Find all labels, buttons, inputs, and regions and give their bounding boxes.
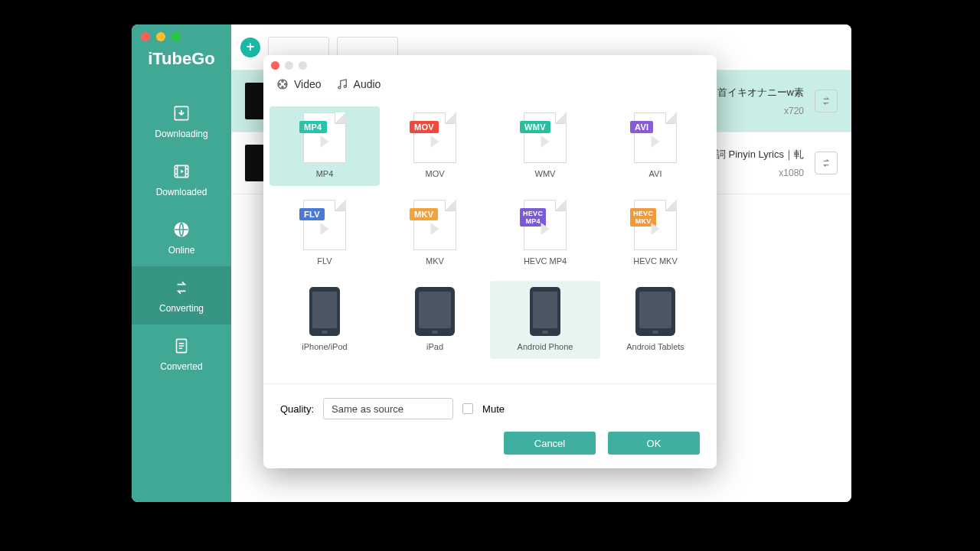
- mute-checkbox[interactable]: [462, 403, 473, 414]
- format-modal: Video Audio MP4MP4MOVMOVWMVWMVAVIAVIFLVF…: [263, 55, 717, 468]
- svg-point-8: [282, 86, 283, 88]
- svg-point-9: [338, 86, 340, 89]
- format-label: HEVC MP4: [490, 256, 600, 266]
- device-label: iPhone/iPod: [270, 342, 380, 351]
- music-note-icon: [335, 77, 349, 91]
- close-icon[interactable]: [141, 32, 150, 41]
- sidebar: iTubeGo Downloading Downloaded Online Co…: [132, 24, 231, 502]
- format-label: WMV: [490, 169, 600, 178]
- sidebar-item-label: Converting: [132, 303, 231, 314]
- sidebar-item-label: Online: [132, 245, 231, 256]
- format-grid: MP4MP4MOVMOVWMVWMVAVIAVIFLVFLVMKVMKVHEVC…: [263, 102, 717, 362]
- file-icon: AVI: [634, 112, 677, 163]
- zoom-icon: [299, 61, 307, 70]
- device-icon: [635, 287, 675, 336]
- film-icon: [171, 161, 192, 182]
- device-android-phone[interactable]: Android Phone: [490, 281, 600, 359]
- convert-row-button[interactable]: [815, 90, 838, 112]
- device-label: Android Phone: [490, 342, 600, 351]
- format-avi[interactable]: AVIAVI: [600, 106, 710, 186]
- format-hmkv[interactable]: HEVCMKVHEVC MKV: [600, 194, 710, 273]
- tab-label: Audio: [354, 78, 381, 90]
- format-label: FLV: [270, 256, 380, 266]
- svg-point-6: [279, 83, 280, 85]
- clipboard-icon: [171, 335, 192, 357]
- format-label: HEVC MKV: [600, 256, 710, 266]
- ok-button[interactable]: OK: [608, 432, 700, 455]
- svg-point-7: [285, 83, 286, 85]
- file-icon: MP4: [303, 112, 346, 163]
- device-android-tablets[interactable]: Android Tablets: [600, 281, 710, 359]
- format-mov[interactable]: MOVMOV: [380, 106, 490, 186]
- svg-point-10: [344, 86, 346, 88]
- sidebar-item-downloaded[interactable]: Downloaded: [132, 150, 231, 208]
- modal-tabs: Video Audio: [263, 70, 717, 102]
- quality-select[interactable]: Same as source: [323, 398, 453, 419]
- format-label: MP4: [270, 169, 380, 178]
- device-icon: [530, 287, 560, 336]
- modal-window-controls: [263, 55, 717, 70]
- globe-icon: [171, 219, 192, 240]
- sidebar-item-label: Downloading: [132, 129, 231, 139]
- format-label: MKV: [380, 256, 490, 266]
- format-mkv[interactable]: MKVMKV: [380, 194, 490, 273]
- close-icon[interactable]: [271, 61, 279, 70]
- svg-point-5: [282, 80, 283, 82]
- app-brand: iTubeGo: [132, 49, 231, 69]
- sidebar-item-converting[interactable]: Converting: [132, 266, 231, 324]
- minimize-icon[interactable]: [156, 32, 165, 41]
- tab-label: Video: [294, 78, 322, 90]
- add-button[interactable]: +: [240, 37, 260, 57]
- sidebar-item-converted[interactable]: Converted: [132, 324, 231, 383]
- device-icon: [309, 287, 340, 336]
- file-icon: WMV: [524, 112, 567, 163]
- format-label: MOV: [380, 169, 490, 178]
- svg-point-4: [278, 80, 287, 89]
- format-flv[interactable]: FLVFLV: [270, 194, 380, 273]
- zoom-icon[interactable]: [172, 32, 181, 41]
- tab-audio[interactable]: Audio: [335, 77, 381, 91]
- format-hmp4[interactable]: HEVCMP4HEVC MP4: [490, 194, 600, 273]
- sidebar-item-online[interactable]: Online: [132, 208, 231, 266]
- sidebar-item-label: Downloaded: [132, 187, 231, 197]
- convert-row-button[interactable]: [815, 152, 838, 174]
- sidebar-item-downloading[interactable]: Downloading: [132, 92, 231, 150]
- quality-label: Quality:: [280, 403, 314, 415]
- file-icon: HEVCMKV: [634, 200, 677, 250]
- file-icon: MOV: [413, 112, 456, 163]
- video-reel-icon: [276, 77, 289, 91]
- format-label: AVI: [600, 169, 710, 178]
- file-icon: HEVCMP4: [524, 200, 567, 250]
- file-icon: MKV: [413, 200, 456, 250]
- mute-label: Mute: [482, 403, 505, 415]
- convert-arrows-icon: [171, 277, 192, 298]
- cancel-button[interactable]: Cancel: [504, 432, 596, 455]
- modal-footer: Quality: Same as source Mute Cancel OK: [263, 383, 717, 468]
- device-label: iPad: [380, 342, 490, 351]
- window-controls: [132, 24, 231, 41]
- device-ipad[interactable]: iPad: [380, 281, 490, 359]
- format-mp4[interactable]: MP4MP4: [270, 106, 380, 186]
- download-icon: [171, 103, 192, 124]
- tab-video[interactable]: Video: [276, 77, 322, 91]
- format-wmv[interactable]: WMVWMV: [490, 106, 600, 186]
- device-icon: [415, 287, 455, 336]
- minimize-icon: [285, 61, 293, 70]
- sidebar-item-label: Converted: [132, 361, 231, 372]
- device-iphone-ipod[interactable]: iPhone/iPod: [270, 281, 380, 359]
- file-icon: FLV: [303, 200, 346, 250]
- device-label: Android Tablets: [600, 342, 710, 351]
